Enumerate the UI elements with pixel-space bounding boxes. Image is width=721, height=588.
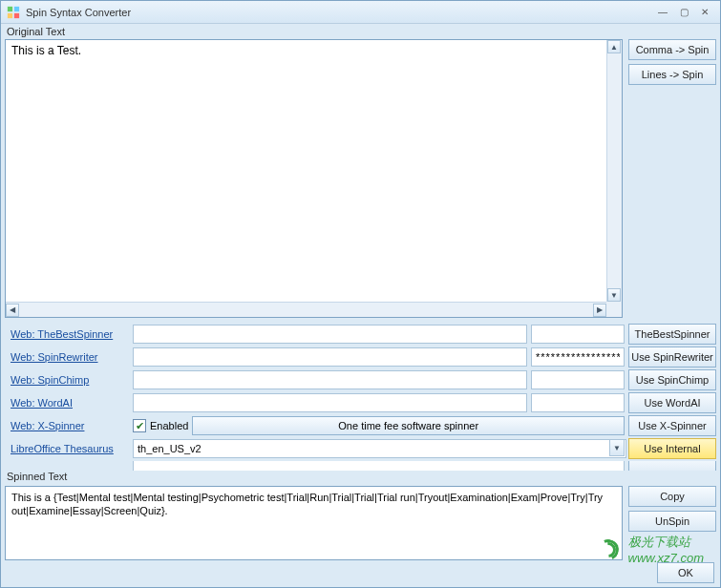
scroll-up-icon[interactable]: ▲ [607, 40, 621, 53]
vertical-scrollbar[interactable]: ▲ ▼ [606, 40, 622, 302]
input-spinrewriter-user[interactable] [133, 347, 527, 367]
input-spinchimp-pass[interactable] [531, 370, 625, 389]
button-use-internal[interactable]: Use Internal [628, 438, 716, 459]
button-wordai[interactable]: Use WordAI [628, 392, 716, 413]
window-title: Spin Syntax Converter [26, 7, 651, 18]
thesaurus-select[interactable]: th_en_US_v2 [133, 439, 626, 458]
app-icon [7, 6, 20, 19]
link-thebestspinner[interactable]: Web: TheBestSpinner [5, 328, 129, 340]
thesaurus-select-value: th_en_US_v2 [138, 443, 201, 454]
copy-button[interactable]: Copy [628, 486, 716, 507]
onetime-fee-label[interactable]: One time fee software spinner [192, 416, 625, 435]
spinner-row-cutoff [5, 461, 716, 471]
button-xspinner[interactable]: Use X-Spinner [628, 415, 716, 436]
link-libreoffice[interactable]: LibreOffice Thesaurus [5, 443, 129, 454]
input-wordai-pass[interactable] [531, 393, 625, 412]
button-cutoff[interactable] [628, 461, 716, 471]
svg-rect-0 [8, 6, 12, 10]
spinner-row-libreoffice: LibreOffice Thesaurus th_en_US_v2 ▼ Use … [5, 438, 716, 459]
chevron-down-icon[interactable]: ▼ [609, 439, 625, 456]
link-spinchimp[interactable]: Web: SpinChimp [5, 374, 129, 386]
svg-rect-3 [14, 12, 19, 17]
scroll-left-icon[interactable]: ◀ [6, 304, 19, 317]
horizontal-scrollbar[interactable]: ◀ ▶ [6, 302, 606, 317]
spinner-row-xspinner: Web: X-Spinner ✔ Enabled One time fee so… [5, 415, 716, 436]
link-xspinner[interactable]: Web: X-Spinner [5, 420, 129, 431]
scroll-right-icon[interactable]: ▶ [593, 304, 606, 317]
xspinner-enabled-checkbox[interactable]: ✔ [133, 419, 146, 432]
unspin-button[interactable]: UnSpin [628, 511, 716, 532]
svg-rect-1 [14, 6, 19, 10]
spinned-text-label: Spinned Text [7, 471, 716, 482]
app-window: Spin Syntax Converter — ▢ ✕ Original Tex… [0, 0, 721, 588]
original-text-content: This is a Test. [11, 44, 81, 57]
scroll-down-icon[interactable]: ▼ [607, 288, 621, 302]
input-thebestspinner-pass[interactable] [531, 325, 625, 344]
spinner-row-spinchimp: Web: SpinChimp Use SpinChimp [5, 369, 716, 390]
input-wordai-user[interactable] [133, 393, 527, 412]
spinner-config-rows: Web: TheBestSpinner TheBestSpinner Web: … [5, 324, 716, 471]
spinner-row-thebestspinner: Web: TheBestSpinner TheBestSpinner [5, 324, 716, 345]
ok-button[interactable]: OK [657, 562, 714, 583]
xspinner-enabled-label: Enabled [150, 420, 188, 431]
scrollbar-corner [606, 302, 622, 317]
titlebar: Spin Syntax Converter — ▢ ✕ [1, 1, 720, 24]
button-spinchimp[interactable]: Use SpinChimp [628, 369, 716, 390]
close-button[interactable]: ✕ [695, 5, 714, 20]
button-spinrewriter[interactable]: Use SpinRewriter [628, 346, 716, 368]
maximize-button[interactable]: ▢ [674, 5, 693, 20]
original-text-area[interactable]: This is a Test. ▲ ▼ ◀ ▶ [5, 39, 623, 318]
spinner-row-spinrewriter: Web: SpinRewriter Use SpinRewriter [5, 346, 716, 368]
comma-to-spin-button[interactable]: Comma -> Spin [628, 39, 716, 60]
lines-to-spin-button[interactable]: Lines -> Spin [628, 64, 716, 85]
content-area: Original Text This is a Test. ▲ ▼ ◀ ▶ Co… [1, 24, 720, 587]
input-spinchimp-user[interactable] [133, 370, 527, 389]
minimize-button[interactable]: — [653, 5, 672, 20]
link-spinrewriter[interactable]: Web: SpinRewriter [5, 351, 129, 363]
spinned-text-area[interactable]: This is a {Test|Mental test|Mental testi… [5, 486, 623, 560]
input-thebestspinner-user[interactable] [133, 325, 527, 344]
link-wordai[interactable]: Web: WordAI [5, 397, 129, 409]
svg-rect-2 [8, 12, 12, 17]
original-text-label: Original Text [7, 26, 716, 37]
button-thebestspinner[interactable]: TheBestSpinner [628, 324, 716, 345]
input-spinrewriter-pass[interactable] [531, 347, 625, 367]
input-cutoff[interactable] [133, 461, 625, 471]
spinner-row-wordai: Web: WordAI Use WordAI [5, 392, 716, 413]
spinned-text-content: This is a {Test|Mental test|Mental testi… [11, 492, 603, 516]
